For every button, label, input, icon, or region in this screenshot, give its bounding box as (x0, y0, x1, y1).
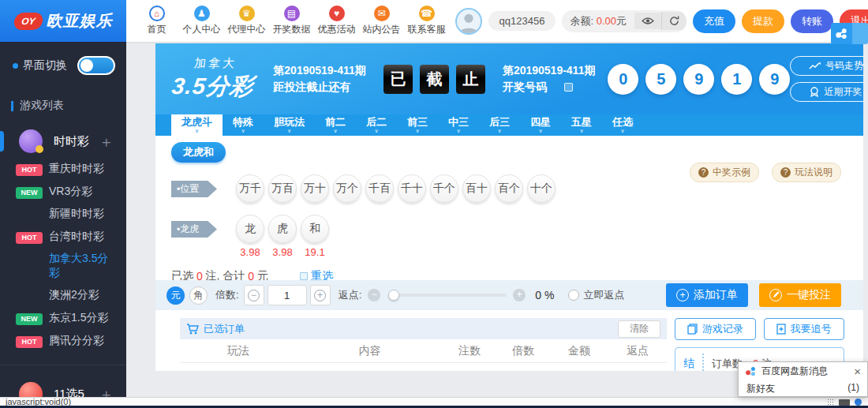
nav-customer-service[interactable]: ☎ 联系客服 (404, 6, 449, 36)
ui-switch-row: 界面切换 (13, 56, 115, 75)
avatar[interactable] (455, 8, 482, 35)
refresh-icon[interactable] (661, 12, 687, 30)
draw-label: 开奖号码 (503, 79, 547, 95)
draw-number-ball: 1 (721, 64, 752, 95)
game-title: 加拿大 3.5分彩 (170, 56, 257, 103)
close-icon[interactable]: × (854, 366, 861, 377)
plus-icon[interactable]: ＋ (99, 387, 114, 398)
quick-bet-button[interactable]: 一键投注 (759, 283, 841, 307)
sidebar-group-11x5[interactable]: 11选5 ＋ (0, 378, 126, 397)
nav-promotions[interactable]: ♥ 优惠活动 (314, 6, 359, 36)
draw-issue-block: 第20190519-411期 开奖号码 (503, 62, 596, 95)
position-qianbai[interactable]: 千百 (365, 174, 394, 203)
position-baishi[interactable]: 百十 (462, 174, 491, 203)
new-badge: NEW (16, 187, 43, 199)
position-options: 万千 万百 万十 万个 千百 千十 千个 百十 百个 十个 (236, 174, 559, 203)
deposit-button[interactable]: 充值 (693, 9, 735, 33)
option-long[interactable]: 龙 (236, 215, 264, 243)
hot-badge: HOT (16, 232, 43, 244)
nav-draw-data[interactable]: ▤ 开奖数据 (269, 6, 314, 36)
rebate-minus-button[interactable]: − (368, 289, 380, 301)
option-he[interactable]: 和 (301, 215, 329, 243)
ui-switch-toggle[interactable] (77, 56, 115, 75)
position-baige[interactable]: 百个 (495, 174, 523, 203)
add-order-button[interactable]: + 添加订单 (666, 283, 748, 307)
recent-draws-button[interactable]: 近期开奖 (790, 82, 863, 102)
promo-icon: ♥ (329, 6, 345, 21)
tab-4xing[interactable]: 四星∨ (520, 114, 561, 136)
baidu-pan-float-widget[interactable] (831, 23, 868, 44)
tab-hou3[interactable]: 后三∨ (479, 114, 520, 136)
play-rules-button[interactable]: ?玩法说明 (772, 163, 841, 182)
position-wange[interactable]: 万个 (333, 174, 361, 203)
notification-body[interactable]: 新好友 (1) (739, 380, 867, 395)
baidu-pan-tab[interactable] (852, 23, 868, 44)
sidebar-item-tencent[interactable]: HOT 腾讯分分彩 (0, 329, 126, 352)
multiplier-minus-button[interactable]: − (244, 285, 264, 305)
position-wanshi[interactable]: 万十 (301, 174, 329, 203)
chase-doc-icon (776, 324, 786, 335)
sidebar-item-xinjiang[interactable]: 新疆时时彩 (0, 203, 126, 225)
position-qianshi[interactable]: 千十 (398, 174, 426, 203)
draw-issue-number: 第20190519-411期 (503, 62, 596, 79)
orders-panel-header: 已选订单 清除 (180, 318, 667, 339)
chevron-down-icon: ∨ (538, 128, 542, 133)
sidebar-item-taiwan[interactable]: HOT 台湾时时彩 (0, 225, 126, 248)
multiplier-input[interactable] (268, 285, 307, 305)
position-wanqian[interactable]: 万千 (236, 174, 264, 203)
nav-home[interactable]: ⌂ 首页 (134, 6, 179, 36)
tab-teshu[interactable]: 特殊∨ (223, 114, 264, 136)
win-example-button[interactable]: ?中奖示例 (690, 163, 759, 182)
orders-title: 已选订单 (204, 322, 245, 336)
draw-number-ball: 5 (645, 64, 676, 95)
plus-icon[interactable]: ＋ (99, 134, 114, 149)
badge-slot: NEW (16, 184, 49, 199)
slider-knob[interactable] (388, 290, 399, 301)
eye-icon[interactable] (634, 13, 661, 29)
multiplier-plus-button[interactable]: + (310, 285, 331, 305)
tab-qian2[interactable]: 前二∨ (315, 114, 356, 136)
history-doc-icon (687, 324, 698, 335)
nav-agent-center[interactable]: ♛ 代理中心 (224, 6, 269, 36)
tab-qian3[interactable]: 前三∨ (397, 114, 438, 136)
sidebar-item-vr3[interactable]: NEW VR3分彩 (0, 180, 126, 203)
option-hu[interactable]: 虎 (268, 215, 297, 243)
position-qiange[interactable]: 千个 (430, 174, 458, 203)
instant-rebate-radio[interactable] (568, 290, 579, 301)
countdown-closed-tiles: 已 截 止 (383, 65, 485, 94)
tab-danwanfa[interactable]: 胆玩法∨ (264, 114, 315, 136)
baidu-pan-notification: 百度网盘新消息 × 新好友 (1) (738, 361, 868, 397)
sidebar-item-australia2[interactable]: 澳洲2分彩 (0, 284, 126, 306)
bet-issue-number: 第20190519-411期 (273, 62, 366, 79)
rebate-plus-button[interactable]: + (513, 289, 526, 301)
number-trend-button[interactable]: 号码走势 (790, 56, 863, 76)
tab-hou2[interactable]: 后二∨ (356, 114, 397, 136)
sidebar-item-canada35[interactable]: 加拿大3.5分彩 (0, 248, 126, 284)
position-wanbai[interactable]: 万百 (268, 174, 297, 203)
position-shige[interactable]: 十个 (527, 174, 556, 203)
clear-orders-button[interactable]: 清除 (618, 320, 660, 338)
withdraw-button[interactable]: 提款 (742, 9, 784, 33)
sidebar-item-chongqing[interactable]: HOT 重庆时时彩 (0, 157, 126, 180)
nav-personal-center[interactable]: ♟ 个人中心 (179, 6, 224, 36)
balance-text: 余额: 0.00元 (562, 10, 634, 32)
sidebar-item-tokyo15[interactable]: NEW 东京1.5分彩 (0, 306, 126, 329)
tab-zhong3[interactable]: 中三∨ (438, 114, 479, 136)
tab-longhudou[interactable]: 龙虎斗∨ (171, 114, 223, 136)
brand-logo[interactable]: OY 欧亚娱乐 (0, 0, 126, 42)
tab-5xing[interactable]: 五星∨ (561, 114, 602, 136)
chase-number-button[interactable]: 我要追号 (764, 318, 845, 340)
unit-yuan-button[interactable]: 元 (166, 286, 185, 305)
transfer-button[interactable]: 转账 (791, 9, 833, 33)
main-area: 加拿大 3.5分彩 第20190519-411期 距投注截止还有 已 截 止 第… (155, 43, 863, 371)
rebate-slider[interactable] (388, 294, 507, 297)
tab-label: 前三 (407, 117, 428, 128)
new-badge: NEW (16, 313, 43, 325)
cart-icon (186, 324, 199, 335)
subtab-longhuhe[interactable]: 龙虎和 (171, 142, 226, 163)
tab-renxuan[interactable]: 任选∨ (602, 114, 643, 136)
nav-announcements[interactable]: ✉ 站内公告 (359, 6, 404, 36)
sidebar-group-ssc[interactable]: 时时彩 ＋ (0, 125, 126, 157)
unit-jiao-button[interactable]: 角 (189, 286, 208, 305)
game-history-button[interactable]: 游戏记录 (675, 318, 756, 340)
